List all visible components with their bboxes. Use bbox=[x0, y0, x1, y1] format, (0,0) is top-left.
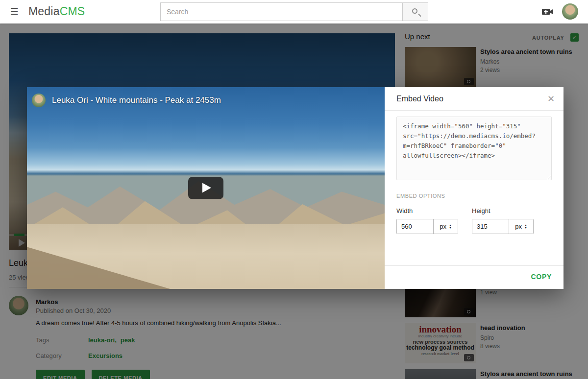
embed-options-panel: Embed Video ✕ <iframe width="560" height… bbox=[385, 87, 564, 289]
close-icon[interactable]: ✕ bbox=[547, 94, 555, 104]
width-field-group: Width px ▲▼ bbox=[396, 207, 458, 234]
width-input[interactable] bbox=[397, 219, 433, 234]
magnifier-icon bbox=[412, 8, 417, 14]
height-input[interactable] bbox=[472, 219, 509, 234]
app-logo[interactable]: MediaCMS bbox=[28, 5, 85, 18]
sort-arrows-icon: ▲▼ bbox=[524, 224, 527, 229]
modal-title: Embed Video bbox=[396, 95, 443, 103]
modal-header: Embed Video ✕ bbox=[385, 87, 564, 111]
video-camera-plus-icon bbox=[542, 7, 554, 16]
modal-footer: COPY bbox=[385, 265, 564, 289]
search-bar bbox=[160, 2, 428, 21]
sort-arrows-icon: ▲▼ bbox=[449, 224, 452, 229]
play-button[interactable] bbox=[188, 177, 223, 199]
embed-preview-player[interactable]: Leuka Ori - White mountains - Peak at 24… bbox=[27, 87, 385, 289]
embed-video-modal: Leuka Ori - White mountains - Peak at 24… bbox=[27, 87, 564, 289]
copy-button[interactable]: COPY bbox=[531, 273, 552, 281]
height-unit-select[interactable]: px ▲▼ bbox=[509, 219, 533, 234]
unit-value: px bbox=[515, 223, 522, 230]
embed-options-label: EMBED OPTIONS bbox=[396, 193, 552, 199]
modal-body: <iframe width="560" height="315" src="ht… bbox=[385, 111, 564, 234]
preview-title-bar: Leuka Ori - White mountains - Peak at 24… bbox=[32, 94, 221, 107]
embed-code-textarea[interactable]: <iframe width="560" height="315" src="ht… bbox=[396, 117, 552, 180]
dimension-fields: Width px ▲▼ Height bbox=[396, 207, 552, 234]
search-button[interactable] bbox=[402, 2, 428, 21]
width-unit-select[interactable]: px ▲▼ bbox=[433, 219, 458, 234]
user-avatar[interactable] bbox=[562, 3, 578, 20]
width-label: Width bbox=[396, 207, 458, 214]
height-field-group: Height px ▲▼ bbox=[472, 207, 534, 234]
hamburger-menu-icon[interactable]: ☰ bbox=[9, 6, 20, 17]
upload-media-button[interactable] bbox=[542, 7, 554, 16]
app-header: ☰ MediaCMS bbox=[0, 0, 588, 24]
preview-video-title: Leuka Ori - White mountains - Peak at 24… bbox=[52, 95, 221, 105]
preview-author-avatar[interactable] bbox=[32, 94, 46, 107]
search-input[interactable] bbox=[160, 2, 402, 21]
unit-value: px bbox=[440, 223, 446, 230]
height-label: Height bbox=[472, 207, 534, 214]
magnifier-icon-handle bbox=[418, 14, 421, 17]
